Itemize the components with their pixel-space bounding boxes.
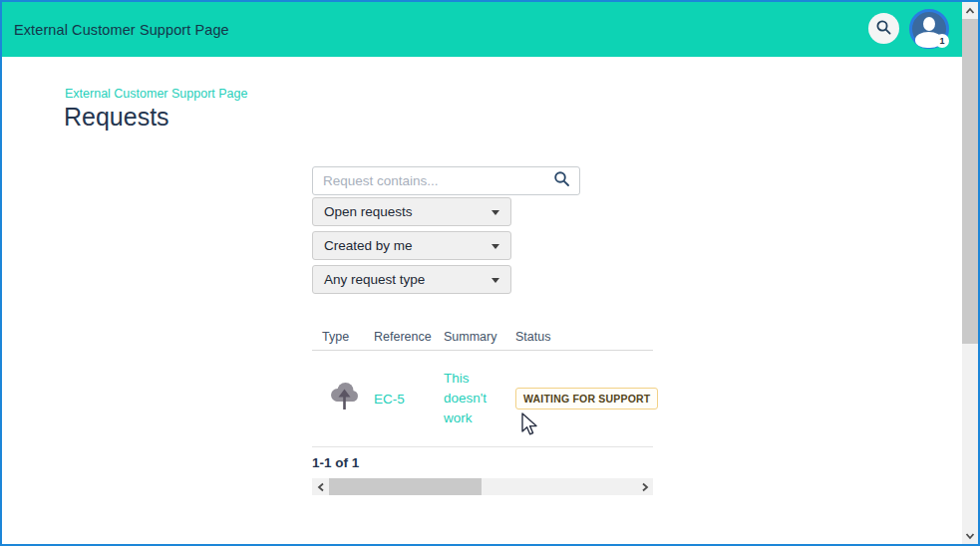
request-search-input[interactable] xyxy=(313,173,553,188)
table-row: EC-5 This doesn't work WAITING FOR SUPPO… xyxy=(312,351,653,447)
portal-header: External Customer Support Page 1 xyxy=(2,2,962,57)
status-badge: WAITING FOR SUPPORT xyxy=(515,388,658,410)
scroll-up-button[interactable] xyxy=(962,2,978,19)
filter-label: Open requests xyxy=(324,204,413,219)
scroll-right-button[interactable] xyxy=(636,478,653,495)
filter-created-by-me[interactable]: Created by me xyxy=(312,231,511,260)
cloud-upload-icon xyxy=(326,401,360,417)
request-search-box xyxy=(312,166,580,195)
column-header-type: Type xyxy=(312,330,374,344)
page-title: Requests xyxy=(64,103,169,132)
requests-table: Type Reference Summary Status xyxy=(312,323,653,447)
request-status-cell: WAITING FOR SUPPORT xyxy=(515,388,653,410)
header-search-button[interactable] xyxy=(868,13,899,44)
column-header-reference: Reference xyxy=(374,330,444,344)
search-icon xyxy=(875,19,892,39)
chevron-down-icon xyxy=(491,244,499,249)
portal-header-title: External Customer Support Page xyxy=(14,22,229,38)
notification-badge: 1 xyxy=(935,34,949,48)
request-type-cell xyxy=(312,379,374,418)
vertical-scrollbar-thumb[interactable] xyxy=(962,19,978,344)
request-summary-cell: This doesn't work xyxy=(444,369,515,428)
browser-window: External Customer Support Page 1 Externa… xyxy=(0,0,980,546)
horizontal-scrollbar-thumb[interactable] xyxy=(329,478,482,495)
horizontal-scrollbar[interactable] xyxy=(312,478,653,495)
column-header-summary: Summary xyxy=(444,330,515,344)
filter-label: Created by me xyxy=(324,238,413,253)
scroll-left-button[interactable] xyxy=(312,478,329,495)
scroll-down-button[interactable] xyxy=(962,527,978,544)
chevron-down-icon xyxy=(491,278,499,283)
pagination-label: 1-1 of 1 xyxy=(312,455,359,470)
request-reference-link[interactable]: EC-5 xyxy=(374,392,444,407)
request-summary-link[interactable]: This doesn't work xyxy=(444,369,507,428)
magnifier-icon xyxy=(553,170,570,191)
filter-open-requests[interactable]: Open requests xyxy=(312,197,511,226)
person-icon xyxy=(923,17,935,31)
user-avatar[interactable]: 1 xyxy=(909,9,949,49)
column-header-status: Status xyxy=(515,330,653,344)
table-header-row: Type Reference Summary Status xyxy=(312,323,653,351)
filter-request-type[interactable]: Any request type xyxy=(312,265,511,294)
chevron-down-icon xyxy=(491,210,499,215)
vertical-scrollbar[interactable] xyxy=(962,2,978,544)
filter-label: Any request type xyxy=(324,272,425,287)
breadcrumb[interactable]: External Customer Support Page xyxy=(65,87,247,101)
